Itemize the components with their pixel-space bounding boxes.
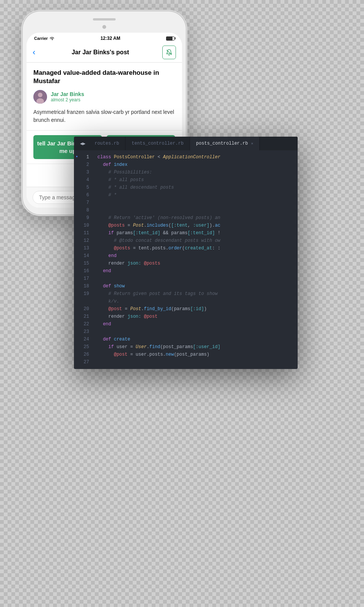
editor-tab-bar: ◀▶ routes.rb tents_controller.rb posts_c… [74, 137, 298, 150]
notification-bell-button[interactable] [162, 46, 176, 59]
code-line-24: def create [93, 336, 298, 343]
line-num-14: 14 [74, 252, 93, 260]
line-num-5: 5 [74, 184, 93, 191]
code-line-10: @posts = Post.includes([:tent, :user]).a… [93, 222, 298, 229]
line-num-17: 17 [74, 275, 93, 282]
tab-tents-label: tents_controller.rb [132, 141, 184, 146]
line-num-23: 23 [74, 328, 93, 336]
back-button[interactable]: ‹ [33, 47, 35, 57]
code-line-25: if user = User.find(post_params[:user_id… [93, 343, 298, 351]
line-num-18: 18 [74, 282, 93, 290]
code-line-15: render json: @posts [93, 260, 298, 267]
line-num-21: 21 [74, 313, 93, 320]
code-line-22: end [93, 320, 298, 328]
tab-posts-label: posts_controller.rb [196, 141, 248, 146]
code-line-1: class PostsController < ApplicationContr… [93, 153, 298, 161]
battery-icon [166, 36, 174, 41]
code-line-20: @post = Post.find_by_id(params[:id]) [93, 305, 298, 313]
code-line-3: # Possibilities: [93, 169, 298, 176]
line-num-13: 13 [74, 244, 93, 252]
line-num-11: 11 [74, 229, 93, 237]
line-num-9: 9 [74, 214, 93, 222]
phone-speaker [93, 18, 116, 20]
carrier-text: Carrier [34, 36, 48, 41]
tab-routes-label: routes.rb [94, 141, 119, 146]
code-editor: ◀▶ routes.rb tents_controller.rb posts_c… [74, 137, 298, 369]
author-info: Jar Jar Binks almost 2 years [51, 91, 84, 102]
line-num-8: 8 [74, 207, 93, 214]
tab-posts-controller[interactable]: posts_controller.rb ✕ [190, 137, 260, 150]
phone-camera [102, 25, 106, 29]
line-num-3: 3 [74, 169, 93, 176]
author-name: Jar Jar Binks [51, 91, 84, 97]
avatar-image [33, 90, 47, 104]
code-line-12: # @todo concat descendant posts with ow [93, 237, 298, 244]
code-line-8 [93, 207, 298, 214]
tab-close-icon[interactable]: ✕ [251, 141, 253, 146]
code-lines: class PostsController < ApplicationContr… [93, 150, 298, 369]
code-line-13: @posts = tent.posts.order(created_at: : [93, 244, 298, 252]
line-num-27: 27 [74, 358, 93, 366]
code-line-14: end [93, 252, 298, 260]
post-title: Managed value-added data-warehouse in Mu… [33, 69, 175, 85]
code-line-2: def index [93, 161, 298, 169]
code-line-16: end [93, 267, 298, 275]
line-num-22: 22 [74, 320, 93, 328]
line-num-25: 25 [74, 343, 93, 351]
code-line-23 [93, 328, 298, 336]
battery-fill [166, 37, 173, 40]
status-time: 12:32 AM [100, 36, 120, 41]
line-num-16: 16 [74, 267, 93, 275]
code-line-9: # Return 'active' (non-resolved posts) a… [93, 214, 298, 222]
code-line-11: if params[:tent_id] && params[:tent_id] … [93, 229, 298, 237]
nav-title: Jar Jar Binks's post [38, 49, 162, 56]
line-num-20: 20 [74, 305, 93, 313]
line-num-10: 10 [74, 222, 93, 229]
author-row: Jar Jar Binks almost 2 years [33, 90, 175, 104]
line-num-26: 26 [74, 351, 93, 358]
line-num-24: 24 [74, 336, 93, 343]
svg-point-2 [38, 93, 42, 97]
code-line-26: @post = user.posts.new(post_params) [93, 351, 298, 358]
tab-tents-controller[interactable]: tents_controller.rb [126, 137, 190, 150]
code-line-6: # * [93, 191, 298, 199]
code-line-19b: k/v. [93, 298, 298, 305]
author-avatar [33, 90, 47, 104]
code-line-7 [93, 199, 298, 207]
line-num-1: 1 [74, 153, 93, 161]
wifi-icon [49, 36, 55, 40]
code-line-18: def show [93, 282, 298, 290]
code-line-19a: # Return given post and its tags to show [93, 290, 298, 298]
author-time: almost 2 years [51, 97, 84, 102]
code-line-17 [93, 275, 298, 282]
line-num-6: 6 [74, 191, 93, 199]
tab-arrows[interactable]: ◀▶ [77, 141, 88, 147]
code-line-5: # * all descendant posts [93, 184, 298, 191]
line-numbers: 1 2 3 4 5 6 7 8 9 10 11 12 13 14 15 16 1… [74, 150, 93, 369]
line-num-2: 2 [74, 161, 93, 169]
nav-bar: ‹ Jar Jar Binks's post [27, 43, 182, 63]
line-num-12: 12 [74, 237, 93, 244]
code-line-27 [93, 358, 298, 366]
line-num-19b [74, 298, 93, 305]
tab-routes[interactable]: routes.rb [88, 137, 126, 150]
line-num-15: 15 [74, 260, 93, 267]
post-body: Asymmetrical franzen salvia slow-carb yr… [33, 108, 175, 124]
code-line-4: # * all posts [93, 176, 298, 184]
carrier-info: Carrier [34, 36, 55, 41]
code-line-21: render json: @post [93, 313, 298, 320]
line-num-19a: 19 [74, 290, 93, 298]
code-body: 1 2 3 4 5 6 7 8 9 10 11 12 13 14 15 16 1… [74, 150, 298, 369]
line-num-4: 4 [74, 176, 93, 184]
bell-icon [166, 49, 173, 56]
status-bar: Carrier 12:32 AM [27, 33, 182, 43]
post-content: Managed value-added data-warehouse in Mu… [27, 63, 182, 131]
line-num-7: 7 [74, 199, 93, 207]
